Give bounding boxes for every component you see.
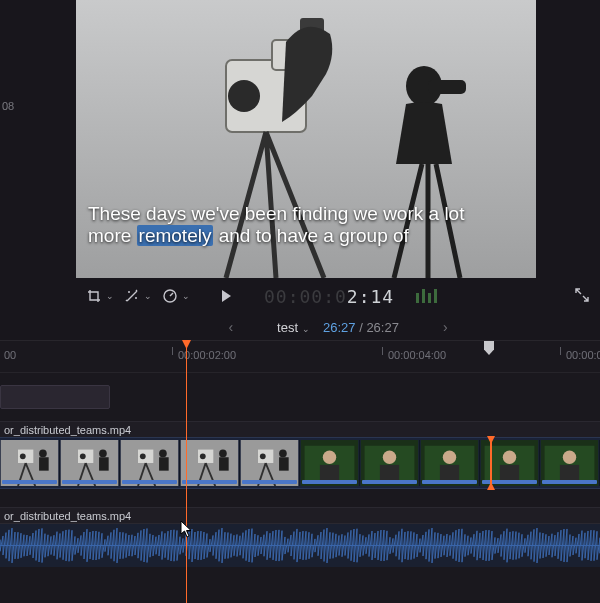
timecode-display[interactable]: 00:00:02:14 [264, 286, 394, 307]
svg-point-46 [443, 451, 456, 464]
chevron-down-icon: ⌄ [144, 291, 152, 301]
ruler-tick [172, 347, 173, 355]
svg-rect-51 [500, 465, 519, 480]
caption-text-after: and to have a group of [213, 225, 408, 246]
chevron-down-icon: ⌄ [106, 291, 114, 301]
clip-thumbnail[interactable] [300, 440, 360, 486]
video-track[interactable] [0, 437, 600, 489]
caption-highlight: remotely [137, 225, 214, 246]
svg-point-42 [383, 451, 396, 464]
clip-duration-current: 26:27 [323, 320, 356, 335]
clip-thumbnail[interactable] [60, 440, 120, 486]
svg-rect-20 [99, 457, 109, 470]
svg-point-28 [200, 453, 206, 459]
prev-clip-button[interactable]: ‹ [208, 319, 253, 335]
svg-point-50 [503, 451, 516, 464]
timecode-dim: 00:00:0 [264, 286, 347, 307]
svg-point-33 [260, 453, 266, 459]
ruler-label: 00:00:04:00 [388, 349, 446, 361]
timeline[interactable]: 00 00:00:02:0000:00:04:0000:00:06:00 or_… [0, 340, 600, 603]
svg-rect-39 [320, 465, 339, 480]
svg-rect-43 [380, 465, 399, 480]
clip-thumbnail[interactable] [120, 440, 180, 486]
svg-rect-15 [39, 457, 49, 470]
audio-track[interactable] [0, 523, 600, 567]
ruler-tick [560, 347, 561, 355]
track-label-text: or_distributed_teams.mp4 [4, 424, 131, 436]
clip-thumbnail[interactable] [240, 440, 300, 486]
chevron-down-icon: ⌄ [302, 324, 313, 334]
svg-point-8 [128, 291, 130, 293]
clip-duration-total: 26:27 [366, 320, 399, 335]
svg-rect-47 [440, 465, 459, 480]
svg-rect-30 [219, 457, 229, 470]
waveform [0, 528, 600, 563]
clip-thumbnail[interactable] [360, 440, 420, 486]
svg-rect-7 [428, 80, 466, 94]
clip-thumbnail[interactable] [0, 440, 60, 486]
caption-overlay: These days we've been finding we work a … [88, 203, 508, 248]
track-label: or_distributed_teams.mp4 [0, 421, 600, 437]
ruler-tick [382, 347, 383, 355]
svg-point-18 [80, 453, 86, 459]
timecode-bright: 2:14 [347, 286, 394, 307]
ruler-label: 00:00:06:00 [566, 349, 600, 361]
svg-point-14 [39, 450, 47, 458]
svg-point-23 [140, 453, 146, 459]
expand-icon [574, 287, 590, 303]
gauge-icon [162, 288, 178, 304]
magic-tool[interactable]: ⌄ [124, 288, 152, 304]
play-button[interactable] [218, 288, 234, 304]
clip-nav-bar: ‹ test ⌄ 26:27 / 26:27 › [76, 314, 600, 340]
svg-point-54 [563, 451, 576, 464]
preview-toolbar: ⌄ ⌄ ⌄ 00:00:02:14 [76, 278, 600, 314]
svg-point-24 [159, 450, 167, 458]
track-label-text: or_distributed_teams.mp4 [4, 510, 131, 522]
svg-point-38 [323, 451, 336, 464]
svg-rect-55 [560, 465, 579, 480]
clip-name[interactable]: test [277, 320, 298, 335]
play-icon [218, 288, 234, 304]
next-clip-button[interactable]: › [423, 319, 468, 335]
retime-tool[interactable]: ⌄ [162, 288, 190, 304]
clip-thumbnail[interactable] [180, 440, 240, 486]
track-label: or_distributed_teams.mp4 [0, 507, 600, 523]
frame-ruler-mark: 08 [2, 100, 14, 112]
svg-point-19 [99, 450, 107, 458]
clip-thumbnail[interactable] [480, 440, 540, 486]
playhead[interactable] [186, 341, 187, 603]
clip-thumbnail[interactable] [420, 440, 480, 486]
svg-point-3 [228, 80, 260, 112]
svg-rect-25 [159, 457, 169, 470]
svg-point-29 [219, 450, 227, 458]
fullscreen-button[interactable] [574, 287, 590, 306]
crop-tool[interactable]: ⌄ [86, 288, 114, 304]
ruler-label: 00 [4, 349, 16, 361]
svg-point-9 [135, 297, 137, 299]
chevron-down-icon: ⌄ [182, 291, 190, 301]
clip-duration-sep: / [356, 320, 367, 335]
gap-track[interactable] [0, 373, 600, 421]
crop-icon [86, 288, 102, 304]
clip-thumbnail[interactable] [540, 440, 600, 486]
wand-icon [124, 288, 140, 304]
timeline-ruler[interactable]: 00 00:00:02:0000:00:04:0000:00:06:00 [0, 341, 600, 373]
svg-rect-35 [279, 457, 289, 470]
svg-point-34 [279, 450, 287, 458]
svg-point-13 [20, 453, 26, 459]
audio-meter [416, 289, 437, 303]
gap-clip[interactable] [0, 385, 110, 409]
cut-marker[interactable] [490, 438, 492, 488]
